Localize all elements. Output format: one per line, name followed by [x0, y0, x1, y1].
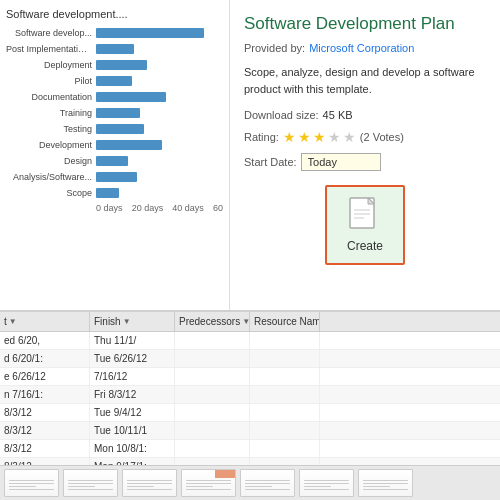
bar-label: Post Implementation Review — [6, 44, 96, 54]
thumbnail-line — [68, 480, 113, 481]
td-task: 8/3/12 — [0, 422, 90, 439]
bar-label: Scope — [6, 188, 96, 198]
thumbnail-line — [186, 480, 231, 481]
table-section: t ▼ Finish ▼ Predecessors ▼ Resource Nam… — [0, 310, 500, 465]
bar-track — [96, 108, 223, 118]
thumbnail-line — [68, 486, 95, 487]
bar-row: Development — [6, 138, 223, 151]
bar-track — [96, 156, 223, 166]
votes-count: (2 Votes) — [360, 131, 404, 143]
create-button[interactable]: Create — [325, 185, 405, 265]
thumbnail-line — [363, 483, 408, 484]
td-resource — [250, 404, 320, 421]
th-resource: Resource Names ▼ — [250, 312, 320, 331]
thumbnail-accent — [215, 470, 235, 478]
thumbnail-lines — [304, 480, 349, 492]
rating-row: Rating: ★★★★★ (2 Votes) — [244, 129, 486, 145]
td-finish: Tue 9/4/12 — [90, 404, 175, 421]
thumbnail-line — [127, 483, 172, 484]
th-finish: Finish ▼ — [90, 312, 175, 331]
thumbnail-line — [9, 486, 36, 487]
create-area: Create — [244, 185, 486, 265]
td-resource — [250, 422, 320, 439]
thumbnail-line — [68, 483, 113, 484]
td-finish: Mon 10/8/1: — [90, 440, 175, 457]
table-row: 8/3/12Mon 9/17/1: — [0, 458, 500, 465]
star-filled: ★ — [283, 129, 296, 145]
bar-track — [96, 76, 223, 86]
table-row: 8/3/12Tue 9/4/12 — [0, 404, 500, 422]
thumbnail-line — [245, 480, 290, 481]
bar-label: Pilot — [6, 76, 96, 86]
provided-by-row: Provided by: Microsoft Corporation — [244, 42, 486, 54]
bar-fill — [96, 28, 204, 38]
thumbnail-lines — [363, 480, 408, 492]
left-panel: Software development.... Software develo… — [0, 0, 230, 310]
chart-area: Software develop...Post Implementation R… — [6, 26, 223, 199]
thumbnail[interactable] — [299, 469, 354, 497]
bar-track — [96, 28, 223, 38]
thumbnail-inner — [5, 470, 58, 496]
td-resource — [250, 368, 320, 385]
thumbnail-inner — [359, 470, 412, 496]
bar-label: Testing — [6, 124, 96, 134]
bar-row: Pilot — [6, 74, 223, 87]
td-predecessors — [175, 368, 250, 385]
td-task: n 7/16/1: — [0, 386, 90, 403]
thumbnail[interactable] — [181, 469, 236, 497]
td-task: ed 6/20, — [0, 332, 90, 349]
thumbnail-lines — [127, 480, 172, 492]
th-task: t ▼ — [0, 312, 90, 331]
thumbnail[interactable] — [122, 469, 177, 497]
thumbnail-line — [9, 489, 54, 490]
table-header: t ▼ Finish ▼ Predecessors ▼ Resource Nam… — [0, 312, 500, 332]
thumbnail-lines — [9, 480, 54, 492]
bar-row: Software develop... — [6, 26, 223, 39]
td-finish: Mon 9/17/1: — [90, 458, 175, 465]
description-text: Scope, analyze, design and develop a sof… — [244, 64, 486, 97]
bar-row: Documentation — [6, 90, 223, 103]
provider-link[interactable]: Microsoft Corporation — [309, 42, 414, 54]
td-task: e 6/26/12 — [0, 368, 90, 385]
table-row: e 6/26/127/16/12 — [0, 368, 500, 386]
star-filled: ★ — [313, 129, 326, 145]
td-predecessors — [175, 440, 250, 457]
axis-label: 40 days — [172, 203, 204, 213]
star-filled: ★ — [298, 129, 311, 145]
bar-fill — [96, 172, 137, 182]
td-predecessors — [175, 458, 250, 465]
rating-label: Rating: — [244, 131, 279, 143]
bar-track — [96, 60, 223, 70]
bar-fill — [96, 108, 140, 118]
td-finish: Fri 8/3/12 — [90, 386, 175, 403]
document-icon — [349, 197, 381, 235]
right-panel: Software Development Plan Provided by: M… — [230, 0, 500, 310]
thumbnail-inner — [241, 470, 294, 496]
bar-fill — [96, 76, 132, 86]
thumbnail-line — [245, 489, 290, 490]
bar-label: Development — [6, 140, 96, 150]
bar-label: Training — [6, 108, 96, 118]
star-empty: ★ — [328, 129, 341, 145]
create-label: Create — [347, 239, 383, 253]
thumbnail-line — [68, 489, 113, 490]
thumbnail[interactable] — [4, 469, 59, 497]
thumbnail-line — [304, 480, 349, 481]
td-task: d 6/20/1: — [0, 350, 90, 367]
thumbnail-line — [9, 483, 54, 484]
td-predecessors — [175, 386, 250, 403]
thumbnail-inner — [182, 470, 235, 496]
thumbnail-line — [304, 489, 349, 490]
table-row: 8/3/12Mon 10/8/1: — [0, 440, 500, 458]
td-resource — [250, 386, 320, 403]
thumbnail[interactable] — [240, 469, 295, 497]
table-body: ed 6/20,Thu 11/1/d 6/20/1:Tue 6/26/12e 6… — [0, 332, 500, 465]
bar-fill — [96, 156, 128, 166]
bar-track — [96, 188, 223, 198]
thumbnail[interactable] — [358, 469, 413, 497]
td-predecessors — [175, 422, 250, 439]
thumbnail[interactable] — [63, 469, 118, 497]
bar-fill — [96, 44, 134, 54]
thumbnail-inner — [64, 470, 117, 496]
start-date-input[interactable] — [301, 153, 381, 171]
